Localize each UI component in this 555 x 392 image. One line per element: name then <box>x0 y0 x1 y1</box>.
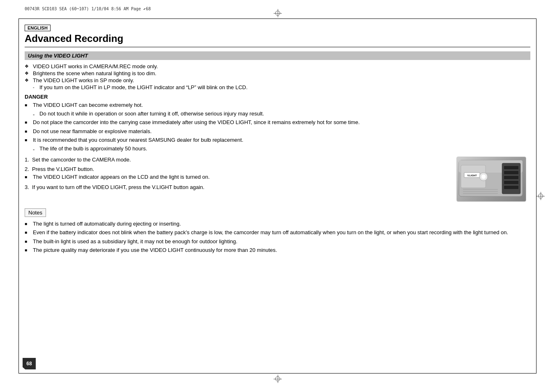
step-2-sub-list: The VIDEO LIGHT indicator appears on the… <box>25 173 452 181</box>
camera-svg: V.LIGHT <box>457 157 526 202</box>
svg-rect-14 <box>463 191 498 192</box>
bullet-item: The VIDEO LIGHT works in SP mode only. <box>25 77 530 83</box>
notes-item-4: The picture quality may deteriorate if y… <box>25 247 530 254</box>
top-ref-text: 00743R SCD103 SEA (60~107) 1/10/04 8:56 … <box>25 7 141 11</box>
crosshair-top <box>274 9 282 17</box>
step-3-num: 3. <box>25 184 29 190</box>
danger-item: Do not use near flammable or explosive m… <box>25 128 530 135</box>
bullet-item: VIDEO LIGHT works in CAMERA/M.REC mode o… <box>25 63 530 69</box>
steps-left: 1. Set the camcorder to the CAMERA mode.… <box>25 157 452 194</box>
step-1-num: 1. <box>25 157 29 163</box>
crosshair-bottom <box>274 375 282 383</box>
step-2: 2. Press the V.LIGHT button. The VIDEO L… <box>25 166 452 181</box>
svg-text:V.LIGHT: V.LIGHT <box>467 174 477 177</box>
svg-rect-11 <box>504 181 518 184</box>
notes-item-3: The built-in light is used as a subsidia… <box>25 238 530 245</box>
danger-sub-item: The life of the bulb is approximately 50… <box>25 145 530 152</box>
svg-rect-8 <box>504 166 518 169</box>
step-2-num: 2. <box>25 166 29 172</box>
danger-item: The VIDEO LIGHT can become extremely hot… <box>25 101 530 109</box>
page-arrow: ⬋68 <box>143 7 151 11</box>
camera-image-container: V.LIGHT <box>456 157 530 202</box>
main-content: ENGLISH Advanced Recording Using the VID… <box>25 25 530 367</box>
border-bottom <box>18 373 537 374</box>
section-title: Using the VIDEO LIGHT <box>25 51 530 60</box>
camera-image: V.LIGHT <box>456 157 526 202</box>
crosshair-right <box>537 192 545 200</box>
page-reference: 00743R SCD103 SEA (60~107) 1/10/04 8:56 … <box>25 7 151 11</box>
page-number-ref: 68 <box>146 7 151 11</box>
bullet-sub-item: If you turn on the LIGHT in LP mode, the… <box>25 84 530 90</box>
step-3: 3. If you want to turn off the VIDEO LIG… <box>25 184 452 190</box>
notes-item-2: Even if the battery indicator does not b… <box>25 229 530 236</box>
page: 00743R SCD103 SEA (60~107) 1/10/04 8:56 … <box>0 0 555 392</box>
danger-sub-item: Do not touch it while in operation or so… <box>25 110 530 118</box>
svg-point-6 <box>481 174 486 179</box>
step-1-text: Set the camcorder to the CAMERA mode. <box>32 157 131 163</box>
danger-title: DANGER <box>25 94 530 100</box>
page-number: 68 <box>26 361 32 367</box>
svg-rect-13 <box>463 189 498 190</box>
step-1: 1. Set the camcorder to the CAMERA mode. <box>25 157 452 163</box>
danger-list: The VIDEO LIGHT can become extremely hot… <box>25 101 530 152</box>
notes-list: The light is turned off automatically du… <box>25 220 530 254</box>
english-badge: ENGLISH <box>25 25 51 31</box>
svg-rect-9 <box>504 171 518 174</box>
svg-rect-15 <box>463 193 498 194</box>
notes-section: Notes The light is turned off automatica… <box>25 207 530 254</box>
step-2-sub: The VIDEO LIGHT indicator appears on the… <box>25 173 452 181</box>
notes-label: Notes <box>25 208 46 217</box>
bullet-item: Brightens the scene when natural lightin… <box>25 70 530 76</box>
danger-item: It is recommended that you consult your … <box>25 136 530 144</box>
svg-rect-10 <box>504 176 518 179</box>
svg-rect-12 <box>504 186 518 189</box>
step-3-text: If you want to turn off the VIDEO LIGHT,… <box>32 184 205 190</box>
step-2-text: Press the V.LIGHT button. <box>32 166 94 172</box>
page-title: Advanced Recording <box>25 33 530 47</box>
border-left <box>18 18 19 374</box>
danger-item: Do not place the camcorder into the carr… <box>25 119 530 126</box>
steps-with-image: 1. Set the camcorder to the CAMERA mode.… <box>25 157 530 202</box>
border-top <box>18 18 537 19</box>
notes-item-1: The light is turned off automatically du… <box>25 220 530 228</box>
intro-bullets: VIDEO LIGHT works in CAMERA/M.REC mode o… <box>25 63 530 90</box>
page-number-badge: 68 <box>23 358 36 369</box>
